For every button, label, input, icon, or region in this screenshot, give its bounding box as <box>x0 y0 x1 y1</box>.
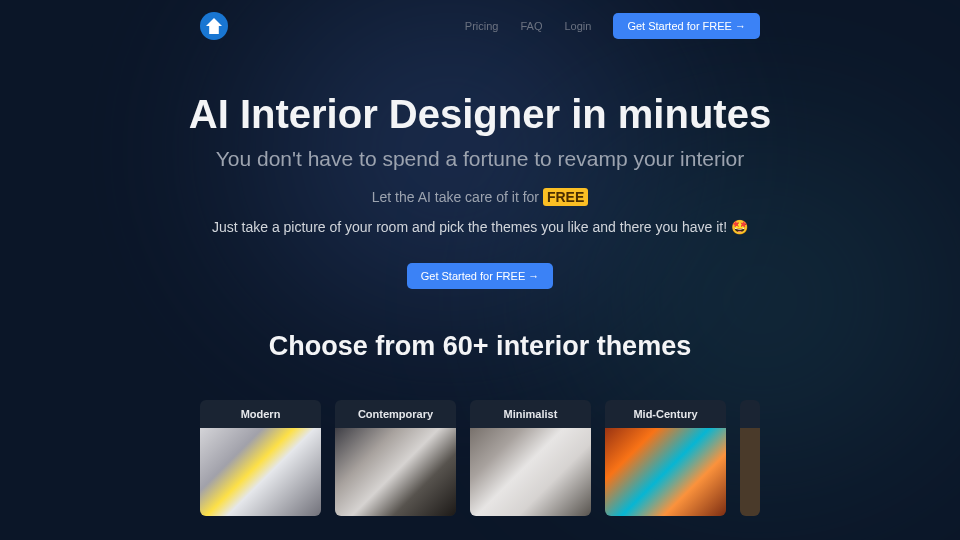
theme-label: Contemporary <box>335 400 456 428</box>
theme-card-contemporary[interactable]: Contemporary <box>335 400 456 516</box>
theme-card-minimalist[interactable]: Minimalist <box>470 400 591 516</box>
free-badge: FREE <box>543 188 588 206</box>
theme-image <box>740 428 760 516</box>
theme-label <box>740 400 760 428</box>
nav-login[interactable]: Login <box>564 20 591 32</box>
nav-cta-button[interactable]: Get Started for FREE → <box>613 13 760 39</box>
hero-line2: Just take a picture of your room and pic… <box>0 219 960 235</box>
nav: Pricing FAQ Login Get Started for FREE → <box>465 13 760 39</box>
themes-title: Choose from 60+ interior themes <box>0 331 960 362</box>
theme-label: Minimalist <box>470 400 591 428</box>
hero-line1-prefix: Let the AI take care of it for <box>372 189 543 205</box>
theme-image <box>470 428 591 516</box>
hero-cta-button[interactable]: Get Started for FREE → <box>407 263 554 289</box>
theme-label: Mid-Century <box>605 400 726 428</box>
theme-card-next[interactable] <box>740 400 760 516</box>
theme-card-modern[interactable]: Modern <box>200 400 321 516</box>
theme-image <box>335 428 456 516</box>
theme-label: Modern <box>200 400 321 428</box>
hero-title: AI Interior Designer in minutes <box>0 92 960 137</box>
logo[interactable] <box>200 12 228 40</box>
house-icon <box>206 18 222 34</box>
themes-grid: Modern Contemporary Minimalist Mid-Centu… <box>0 400 960 516</box>
hero-subtitle: You don't have to spend a fortune to rev… <box>0 147 960 171</box>
nav-faq[interactable]: FAQ <box>520 20 542 32</box>
theme-image <box>200 428 321 516</box>
nav-pricing[interactable]: Pricing <box>465 20 499 32</box>
hero-line1: Let the AI take care of it for FREE <box>0 189 960 205</box>
theme-card-midcentury[interactable]: Mid-Century <box>605 400 726 516</box>
theme-image <box>605 428 726 516</box>
